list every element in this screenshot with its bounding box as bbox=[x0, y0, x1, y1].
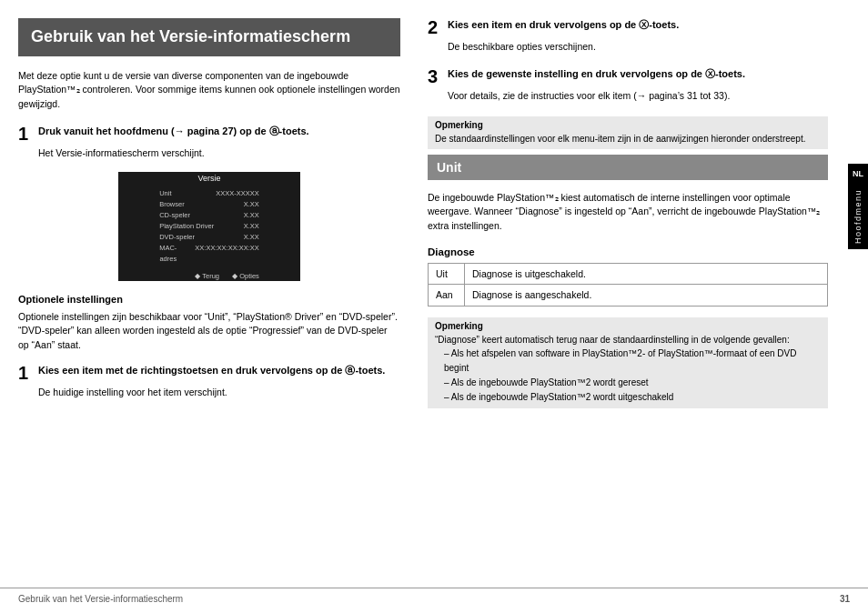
table-cell-uit-value: Diagnose is uitgeschakeld. bbox=[465, 263, 828, 285]
unit-section-header: Unit bbox=[428, 155, 828, 180]
intro-text: Met deze optie kunt u de versie van dive… bbox=[18, 69, 400, 112]
screen-item-dvd: DVD-spelerX.XX bbox=[159, 231, 259, 242]
list-item: Als het afspelen van software in PlaySta… bbox=[444, 347, 821, 376]
table-cell-aan-label: Aan bbox=[429, 285, 465, 306]
step-1b-header: 1 Kies een item met de richtingstoetsen … bbox=[18, 364, 400, 382]
footer-page: 31 bbox=[840, 594, 850, 604]
screen-nav: ◆ Terug ◆ Opties bbox=[159, 271, 259, 279]
nl-label: NL bbox=[853, 169, 863, 178]
step-3-number: 3 bbox=[428, 67, 442, 85]
step-1b: 1 Kies een item met de richtingstoetsen … bbox=[18, 364, 400, 400]
page-container: Gebruik van het Versie-informatiescherm … bbox=[0, 0, 868, 613]
footer-title: Gebruik van het Versie-informatiescherm bbox=[18, 594, 183, 604]
screen-title: Versie bbox=[159, 173, 259, 182]
step-1b-title: Kies een item met de richtingstoetsen en… bbox=[38, 364, 385, 382]
diagnose-heading: Diagnose bbox=[428, 246, 828, 257]
screen-item-unit: UnitXXXX-XXXXX bbox=[159, 187, 259, 198]
screen-content: Versie UnitXXXX-XXXXX BrowserX.XX CD-spe… bbox=[159, 173, 259, 279]
hoofdmenu-label: Hoofdmenu bbox=[853, 189, 863, 244]
table-cell-uit-label: Uit bbox=[429, 263, 465, 285]
screen-item-ps-driver: PlayStation DriverX.XX bbox=[159, 220, 259, 231]
step-3-header: 3 Kies de gewenste instelling en druk ve… bbox=[428, 67, 828, 85]
step-3-title: Kies de gewenste instelling en druk verv… bbox=[448, 67, 745, 85]
step-2: 2 Kies een item en druk vervolgens op de… bbox=[428, 18, 828, 55]
screen-item-browser: BrowserX.XX bbox=[159, 198, 259, 209]
list-item: Als de ingebouwde PlayStation™2 wordt ge… bbox=[444, 376, 821, 390]
step-2-title: Kies een item en druk vervolgens op de ⓧ… bbox=[448, 18, 679, 36]
page-title: Gebruik van het Versie-informatiescherm bbox=[18, 18, 400, 56]
step-2-body: De beschikbare opties verschijnen. bbox=[448, 40, 828, 55]
step-2-header: 2 Kies een item en druk vervolgens op de… bbox=[428, 18, 828, 36]
right-column: 2 Kies een item en druk vervolgens op de… bbox=[419, 18, 828, 595]
step-3-body: Voor details, zie de instructies voor el… bbox=[448, 89, 828, 104]
diagnose-table: Uit Diagnose is uitgeschakeld. Aan Diagn… bbox=[428, 263, 828, 306]
note-1-text: De standaardinstellingen voor elk menu-i… bbox=[435, 132, 821, 146]
note-box-2: Opmerking “Diagnose” keert automatisch t… bbox=[428, 317, 828, 408]
unit-description: De ingebouwde PlayStation™₂ kiest automa… bbox=[428, 191, 828, 234]
step-1-header: 1 Druk vanuit het hoofdmenu (→ pagina 27… bbox=[18, 125, 400, 143]
step-2-number: 2 bbox=[428, 18, 442, 36]
step-1b-body: De huidige instelling voor het item vers… bbox=[38, 386, 400, 400]
optional-heading: Optionele instellingen bbox=[18, 294, 400, 305]
note-box-1: Opmerking De standaardinstellingen voor … bbox=[428, 116, 828, 149]
table-row: Aan Diagnose is aangeschakeld. bbox=[429, 285, 828, 306]
note-2-label: Opmerking bbox=[435, 321, 821, 331]
table-row: Uit Diagnose is uitgeschakeld. bbox=[429, 263, 828, 285]
step-1-number: 1 bbox=[18, 125, 33, 143]
note-1-label: Opmerking bbox=[435, 120, 821, 130]
note-2-text: “Diagnose” keert automatisch terug naar … bbox=[435, 333, 821, 347]
screen-item-mac: MAC-adresXX:XX:XX:XX:XX:XX bbox=[159, 242, 259, 264]
page-footer: Gebruik van het Versie-informatiescherm … bbox=[0, 588, 868, 604]
screen-image: Versie UnitXXXX-XXXXX BrowserX.XX CD-spe… bbox=[118, 172, 300, 281]
content-area: Gebruik van het Versie-informatiescherm … bbox=[0, 0, 848, 613]
table-cell-aan-value: Diagnose is aangeschakeld. bbox=[465, 285, 828, 306]
optional-text: Optionele instellingen zijn beschikbaar … bbox=[18, 310, 400, 353]
step-3: 3 Kies de gewenste instelling en druk ve… bbox=[428, 67, 828, 104]
left-column: Gebruik van het Versie-informatiescherm … bbox=[18, 18, 419, 595]
step-1: 1 Druk vanuit het hoofdmenu (→ pagina 27… bbox=[18, 125, 400, 161]
list-item: Als de ingebouwde PlayStation™2 wordt ui… bbox=[444, 390, 821, 405]
step-1-body: Het Versie-informatiescherm verschijnt. bbox=[38, 146, 400, 161]
note-2-bullets: Als het afspelen van software in PlaySta… bbox=[435, 347, 821, 405]
sidebar-tab: NL Hoofdmenu bbox=[848, 164, 868, 249]
step-1-title: Druk vanuit het hoofdmenu (→ pagina 27) … bbox=[38, 125, 309, 143]
step-1b-number: 1 bbox=[18, 364, 33, 382]
screen-item-cd: CD-spelerX.XX bbox=[159, 209, 259, 220]
